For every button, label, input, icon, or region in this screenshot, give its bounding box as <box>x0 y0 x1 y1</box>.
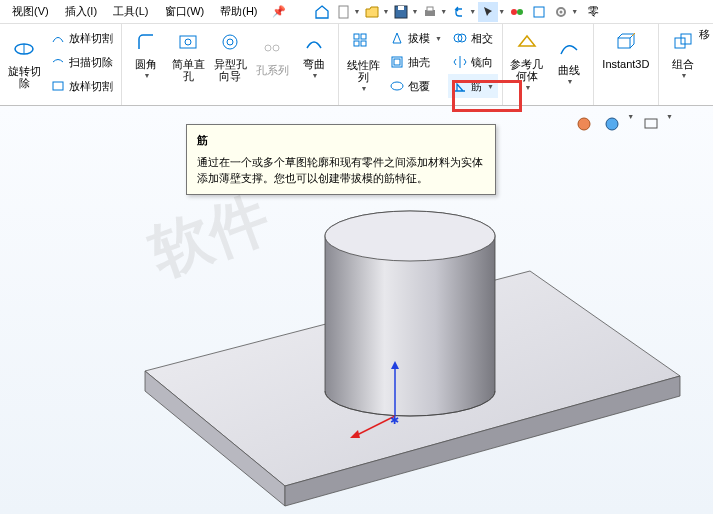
tool-simple-hole[interactable]: 简单直孔 <box>168 26 208 84</box>
dropdown-icon[interactable]: ▼ <box>411 8 418 15</box>
tool-label: 抽壳 <box>408 55 430 70</box>
dropdown-icon[interactable]: ▼ <box>469 8 476 15</box>
svg-point-40 <box>606 118 618 130</box>
dropdown-icon: ▼ <box>144 70 151 82</box>
tool-instant3d[interactable]: Instant3D <box>598 26 654 72</box>
sweep-cut-icon <box>50 54 66 70</box>
menu-help[interactable]: 帮助(H) <box>212 2 265 21</box>
svg-rect-41 <box>645 119 657 128</box>
save-icon[interactable] <box>391 2 411 22</box>
select-icon[interactable] <box>478 2 498 22</box>
tool-label: Instant3D <box>602 58 649 70</box>
tool-label: 拔模 <box>408 31 430 46</box>
menu-tools[interactable]: 工具(L) <box>105 2 156 21</box>
wrap-icon <box>389 78 405 94</box>
ribbon-group-instant: Instant3D <box>594 24 659 105</box>
dropdown-icon: ▼ <box>566 76 573 88</box>
dropdown-icon[interactable]: ▼ <box>627 113 634 135</box>
tool-label: 镜向 <box>471 55 493 70</box>
tool-label: 简单直孔 <box>170 58 206 82</box>
tool-label: 放样切割 <box>69 31 113 46</box>
tool-fillet[interactable]: 圆角▼ <box>126 26 166 84</box>
scene-icon[interactable] <box>601 113 623 135</box>
menu-more[interactable]: 零 <box>580 2 607 21</box>
combine-icon <box>669 28 697 56</box>
tool-curves[interactable]: 曲线▼ <box>549 32 589 90</box>
tool-more[interactable]: 移 <box>697 26 711 42</box>
svg-rect-29 <box>681 34 691 44</box>
svg-rect-20 <box>354 41 359 46</box>
tool-label: 弯曲 <box>303 58 325 70</box>
revolve-cut-icon <box>10 35 38 63</box>
tool-label: 线性阵列 <box>345 59 381 83</box>
appearance-icon[interactable] <box>573 113 595 135</box>
display-icon[interactable] <box>640 113 662 135</box>
tool-draft[interactable]: 拔模▼ <box>385 26 446 50</box>
svg-point-13 <box>185 39 191 45</box>
print-icon[interactable] <box>420 2 440 22</box>
tool-flex[interactable]: 弯曲▼ <box>294 26 334 84</box>
ribbon-group-cut: 旋转切除 放样切割 扫描切除 放样切割 <box>0 24 122 105</box>
tooltip-rib: 筋 通过在一个或多个草图轮廓和现有零件之间添加材料为实体添加薄壁支撑。您也可以创… <box>186 124 496 195</box>
svg-point-15 <box>227 39 233 45</box>
curves-icon <box>555 34 583 62</box>
tool-intersect[interactable]: 相交 <box>448 26 498 50</box>
tool-label: 孔系列 <box>256 64 289 76</box>
dropdown-icon[interactable]: ▼ <box>498 8 505 15</box>
dropdown-icon[interactable]: ▼ <box>354 8 361 15</box>
dropdown-icon[interactable]: ▼ <box>382 8 389 15</box>
tool-shell[interactable]: 抽壳 <box>385 50 446 74</box>
dropdown-icon[interactable]: ▼ <box>440 8 447 15</box>
svg-rect-19 <box>361 34 366 39</box>
tool-linear-pattern[interactable]: 线性阵列▼ <box>343 27 383 97</box>
svg-rect-23 <box>394 59 400 65</box>
mirror-icon <box>452 54 468 70</box>
svg-rect-11 <box>53 82 63 90</box>
svg-rect-0 <box>339 6 348 18</box>
dropdown-icon: ▼ <box>524 82 531 94</box>
svg-point-6 <box>517 9 523 15</box>
tool-loft-cut[interactable]: 放样切割 <box>46 26 117 50</box>
tool-label: 包覆 <box>408 79 430 94</box>
tool-wrap[interactable]: 包覆 <box>385 74 446 98</box>
open-icon[interactable] <box>362 2 382 22</box>
menu-window[interactable]: 窗口(W) <box>157 2 213 21</box>
ribbon: 旋转切除 放样切割 扫描切除 放样切割 圆角▼ 简单直孔 异型孔向导 孔系列 弯… <box>0 24 713 106</box>
new-icon[interactable] <box>334 2 354 22</box>
ref-geom-icon <box>513 28 541 56</box>
intersect-icon <box>452 30 468 46</box>
tool-boundary-cut[interactable]: 放样切割 <box>46 74 117 98</box>
svg-point-33 <box>325 211 495 261</box>
tool-mirror[interactable]: 镜向 <box>448 50 498 74</box>
svg-rect-7 <box>534 7 544 17</box>
settings-icon[interactable] <box>551 2 571 22</box>
tool-sweep-cut[interactable]: 扫描切除 <box>46 50 117 74</box>
tooltip-body: 通过在一个或多个草图轮廓和现有零件之间添加材料为实体添加薄壁支撑。您也可以创建带… <box>197 154 485 186</box>
svg-rect-4 <box>427 7 433 11</box>
svg-rect-21 <box>361 41 366 46</box>
highlight-rib <box>452 80 522 112</box>
menu-insert[interactable]: 插入(I) <box>57 2 105 21</box>
tool-label: 曲线 <box>558 64 580 76</box>
svg-point-17 <box>273 45 279 51</box>
menu-view[interactable]: 视图(V) <box>4 2 57 21</box>
dropdown-icon[interactable]: ▼ <box>666 113 673 135</box>
home-icon[interactable] <box>312 2 332 22</box>
dropdown-icon[interactable]: ▼ <box>571 8 578 15</box>
tool-hole-wizard[interactable]: 异型孔向导 <box>210 26 250 84</box>
loft-cut-icon <box>50 30 66 46</box>
svg-point-14 <box>223 35 237 49</box>
boundary-cut-icon <box>50 78 66 94</box>
pin-icon[interactable]: 📌 <box>266 5 292 18</box>
svg-point-5 <box>511 9 517 15</box>
svg-rect-18 <box>354 34 359 39</box>
flex-icon <box>300 28 328 56</box>
rebuild-icon[interactable] <box>507 2 527 22</box>
tool-revolve-cut[interactable]: 旋转切除 <box>4 33 44 91</box>
undo-icon[interactable] <box>449 2 469 22</box>
instant3d-icon <box>612 28 640 56</box>
tool-label: 旋转切除 <box>6 65 42 89</box>
options-icon[interactable] <box>529 2 549 22</box>
svg-rect-28 <box>675 38 685 48</box>
tool-label: 参考几何体 <box>509 58 545 82</box>
